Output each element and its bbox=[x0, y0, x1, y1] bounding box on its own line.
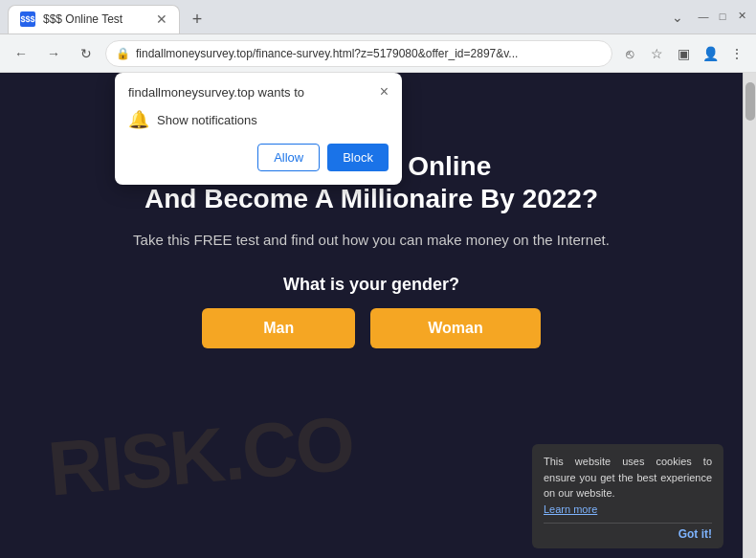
cookie-text: This website uses cookies to ensure you … bbox=[544, 454, 712, 517]
minimize-button[interactable]: — bbox=[697, 10, 710, 23]
window-controls: ⌄ — □ ✕ bbox=[672, 10, 748, 25]
tab-close-button[interactable]: ✕ bbox=[156, 11, 167, 27]
address-bar: ← → ↻ 🔒 findallmoneysurvey.top/finance-s… bbox=[0, 34, 756, 73]
watermark: RISK.CO bbox=[45, 399, 357, 513]
gender-buttons: Man Woman bbox=[202, 308, 540, 348]
new-tab-button[interactable]: + bbox=[184, 7, 211, 33]
scrollbar-thumb[interactable] bbox=[745, 82, 755, 121]
bell-icon: 🔔 bbox=[128, 109, 149, 130]
man-button[interactable]: Man bbox=[202, 308, 355, 348]
more-button[interactable]: ⋮ bbox=[725, 42, 748, 65]
page-subtext: Take this FREE test and find out how you… bbox=[56, 230, 686, 252]
notification-header: findallmoneysurvey.top wants to × bbox=[128, 84, 389, 100]
content-scroll: RISK.CO findallmoneysurvey.top wants to … bbox=[0, 73, 756, 558]
notification-title: findallmoneysurvey.top wants to bbox=[128, 85, 304, 100]
forward-button[interactable]: → bbox=[40, 40, 67, 67]
cookie-got-button[interactable]: Got it! bbox=[544, 523, 712, 541]
woman-button[interactable]: Woman bbox=[370, 308, 540, 348]
sidebar-button[interactable]: ▣ bbox=[672, 42, 695, 65]
browser-frame: $$$ $$$ Online Test ✕ + ⌄ — □ ✕ ← → ↻ 🔒 … bbox=[0, 0, 756, 558]
cookie-banner: This website uses cookies to ensure you … bbox=[532, 444, 723, 548]
close-button[interactable]: ✕ bbox=[735, 10, 748, 23]
notification-body-text: Show notifications bbox=[157, 113, 257, 127]
notification-row: 🔔 Show notifications bbox=[128, 109, 389, 130]
gender-question: What is your gender? bbox=[283, 275, 459, 295]
back-button[interactable]: ← bbox=[8, 40, 34, 67]
notification-buttons: Allow Block bbox=[128, 144, 389, 171]
page-content: RISK.CO findallmoneysurvey.top wants to … bbox=[0, 73, 743, 558]
maximize-button[interactable]: □ bbox=[716, 10, 729, 23]
share-button[interactable]: ⎋ bbox=[618, 42, 641, 65]
headline-line2: And Become A Millionaire By 2022? bbox=[145, 183, 598, 215]
tab-title: $$$ Online Test bbox=[43, 12, 148, 26]
address-bar-input[interactable]: 🔒 findallmoneysurvey.top/finance-survey.… bbox=[105, 40, 612, 67]
active-tab[interactable]: $$$ $$$ Online Test ✕ bbox=[8, 5, 180, 33]
notification-close-button[interactable]: × bbox=[380, 84, 389, 100]
tab-favicon: $$$ bbox=[20, 11, 35, 27]
reload-button[interactable]: ↻ bbox=[73, 40, 100, 67]
scrollbar[interactable] bbox=[743, 73, 756, 558]
url-text: findallmoneysurvey.top/finance-survey.ht… bbox=[136, 47, 602, 60]
title-bar: $$$ $$$ Online Test ✕ + ⌄ — □ ✕ bbox=[0, 0, 756, 34]
lock-icon: 🔒 bbox=[116, 47, 130, 60]
allow-button[interactable]: Allow bbox=[257, 144, 320, 171]
bookmark-button[interactable]: ☆ bbox=[645, 42, 668, 65]
profile-button[interactable]: 👤 bbox=[699, 42, 722, 65]
address-bar-actions: ⎋ ☆ ▣ 👤 ⋮ bbox=[618, 42, 748, 65]
notification-popup: findallmoneysurvey.top wants to × 🔔 Show… bbox=[115, 73, 402, 185]
cookie-learn-more-link[interactable]: Learn more bbox=[544, 503, 597, 515]
chevron-down-icon: ⌄ bbox=[672, 10, 683, 25]
block-button[interactable]: Block bbox=[327, 144, 389, 171]
